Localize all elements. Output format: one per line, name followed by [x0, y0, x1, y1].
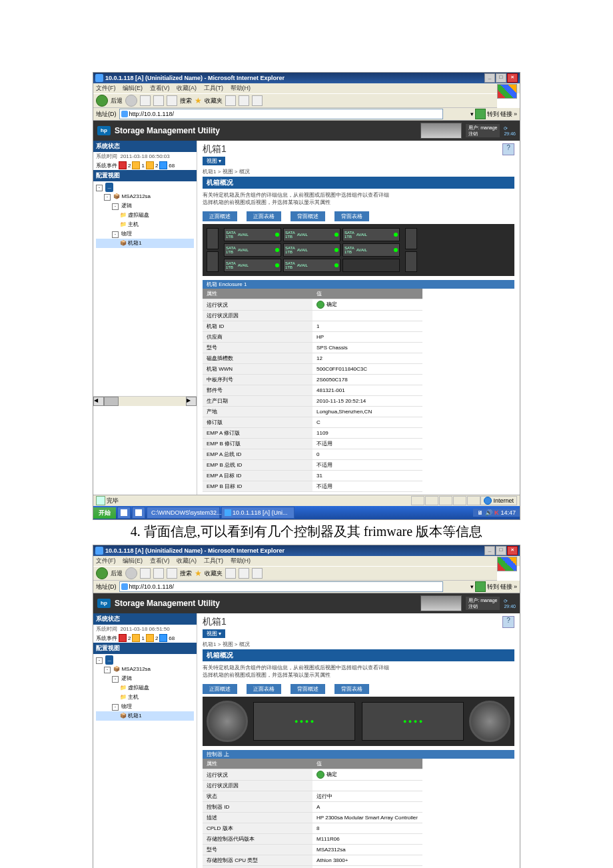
links-label[interactable]: 链接: [500, 110, 512, 119]
fan-icon[interactable]: [207, 701, 248, 742]
view-dropdown[interactable]: 视图 ▾: [203, 629, 225, 638]
tab-rear-table[interactable]: 背面表格: [334, 211, 369, 221]
address-input[interactable]: http://10.0.1.118/: [119, 109, 443, 119]
collapse-icon[interactable]: -: [96, 185, 103, 191]
drive-bay[interactable]: SATA1TBAVAIL: [224, 243, 281, 257]
tree-physical[interactable]: 物理: [121, 231, 132, 237]
taskbar-item-cmd[interactable]: C:\WINDOWS\system32...: [147, 507, 220, 519]
controller-b[interactable]: ● ● ● ●: [362, 702, 464, 741]
controller-slot[interactable]: [207, 251, 219, 273]
tree-logic[interactable]: 逻辑: [121, 675, 132, 681]
menu-file[interactable]: 文件(F): [96, 85, 116, 91]
menu-favorites[interactable]: 收藏(A): [177, 85, 197, 91]
drive-bay[interactable]: SATA1TBAVAIL: [224, 228, 281, 241]
drive-bay-empty[interactable]: [342, 259, 400, 272]
tree-enclosure-selected[interactable]: 📦 机箱1: [96, 711, 194, 721]
menu-help[interactable]: 帮助(H): [231, 85, 251, 91]
stop-button[interactable]: [140, 95, 151, 106]
drive-bay[interactable]: SATA1TBAVAIL: [283, 228, 340, 241]
tab-front-table[interactable]: 正面表格: [247, 684, 281, 694]
drive-bay[interactable]: SATA1TBAVAIL: [283, 259, 340, 272]
favorites-icon[interactable]: ★: [195, 96, 202, 105]
links-label[interactable]: 链接: [500, 583, 512, 591]
home-button[interactable]: [167, 568, 177, 579]
menu-tools[interactable]: 工具(T): [204, 557, 224, 564]
sidebar-hscroll[interactable]: ◀▶: [93, 396, 197, 406]
system-events[interactable]: 系统事件 2 1 2 68: [93, 161, 197, 170]
drive-bay[interactable]: SATA1TBAVAIL: [224, 259, 281, 272]
menu-edit[interactable]: 编辑(E): [123, 557, 143, 564]
power-slot[interactable]: [405, 228, 417, 249]
drive-bay[interactable]: SATA1TBAVAIL: [342, 228, 400, 241]
view-dropdown[interactable]: 视图 ▾: [203, 157, 225, 165]
print-button[interactable]: [252, 95, 263, 106]
forward-button[interactable]: [125, 567, 137, 579]
collapse-icon[interactable]: -: [96, 657, 103, 664]
go-button[interactable]: [475, 109, 486, 119]
system-events[interactable]: 系统事件 2 1 2 68: [93, 633, 197, 643]
window-titlebar[interactable]: 10.0.1.118 [A] (Uninitialized Name) - Mi…: [93, 545, 520, 556]
drive-bay[interactable]: SATA1TBAVAIL: [342, 243, 400, 257]
help-button[interactable]: ?: [502, 143, 514, 155]
tree-logic[interactable]: 逻辑: [121, 203, 132, 209]
maximize-button[interactable]: □: [496, 546, 506, 555]
fan-icon[interactable]: [469, 701, 510, 742]
collapse-icon[interactable]: -: [112, 203, 119, 210]
print-button[interactable]: [252, 568, 263, 579]
tree-physical[interactable]: 物理: [121, 703, 132, 709]
quicklaunch[interactable]: [132, 507, 145, 519]
help-button[interactable]: ?: [502, 616, 514, 628]
tree-vdisk[interactable]: 虚拟磁盘: [128, 685, 149, 691]
security-zone[interactable]: Internet: [480, 496, 517, 505]
tree-host[interactable]: 主机: [128, 221, 139, 227]
menu-edit[interactable]: 编辑(E): [123, 85, 143, 91]
quicklaunch[interactable]: [117, 507, 131, 519]
window-titlebar[interactable]: 10.0.1.118 [A] (Uninitialized Name) - Mi…: [93, 73, 520, 83]
collapse-icon[interactable]: -: [104, 667, 111, 673]
favorites-label[interactable]: 收藏夹: [205, 569, 223, 578]
mail-button[interactable]: [239, 568, 249, 579]
stop-button[interactable]: [140, 568, 151, 579]
maximize-button[interactable]: □: [496, 73, 506, 83]
menubar[interactable]: 文件(F) 编辑(E) 查看(V) 收藏(A) 工具(T) 帮助(H): [93, 83, 520, 93]
tree-enclosure-selected[interactable]: 📦 机箱1: [96, 239, 194, 248]
menu-view[interactable]: 查看(V): [150, 557, 170, 564]
logout-link[interactable]: 注销: [468, 131, 497, 137]
history-button[interactable]: [225, 568, 236, 579]
forward-button[interactable]: [125, 95, 137, 107]
tab-front-overview[interactable]: 正面概述: [203, 684, 237, 694]
tray-icon[interactable]: 🖥: [477, 509, 483, 516]
back-button[interactable]: [96, 95, 108, 107]
tab-rear-overview[interactable]: 背面概述: [291, 211, 325, 221]
tree-root[interactable]: MSA2312sa: [121, 666, 151, 672]
address-input[interactable]: http://10.0.1.118/: [119, 581, 443, 592]
taskbar-item-ie[interactable]: 10.0.1.118 [A] (Uni...: [221, 507, 295, 519]
search-label[interactable]: 搜索: [180, 569, 192, 578]
tree-prev[interactable]: ...: [105, 655, 113, 665]
refresh-button[interactable]: [153, 568, 164, 579]
tab-front-table[interactable]: 正面表格: [247, 211, 281, 221]
minimize-button[interactable]: _: [484, 73, 495, 83]
close-button[interactable]: ×: [507, 73, 518, 83]
history-button[interactable]: [225, 95, 236, 106]
go-button[interactable]: [475, 581, 486, 592]
tab-rear-overview[interactable]: 背面概述: [291, 684, 325, 694]
tray-icon[interactable]: K: [494, 509, 499, 516]
menu-view[interactable]: 查看(V): [150, 85, 170, 91]
favorites-icon[interactable]: ★: [195, 569, 202, 578]
controller-slot[interactable]: [207, 228, 219, 249]
tray-icon[interactable]: 🔊: [485, 509, 492, 516]
tree-prev[interactable]: ...: [105, 183, 113, 192]
mail-button[interactable]: [239, 95, 249, 106]
tree-vdisk[interactable]: 虚拟磁盘: [128, 212, 149, 218]
collapse-icon[interactable]: -: [112, 704, 119, 711]
home-button[interactable]: [167, 95, 177, 106]
back-button[interactable]: [96, 567, 108, 579]
tab-rear-table[interactable]: 背面表格: [334, 684, 369, 694]
start-button[interactable]: 开始: [93, 507, 116, 519]
menu-tools[interactable]: 工具(T): [204, 85, 224, 91]
menu-file[interactable]: 文件(F): [96, 557, 116, 564]
refresh-button[interactable]: [153, 95, 164, 106]
collapse-icon[interactable]: -: [104, 194, 111, 201]
favorites-label[interactable]: 收藏夹: [205, 97, 223, 105]
